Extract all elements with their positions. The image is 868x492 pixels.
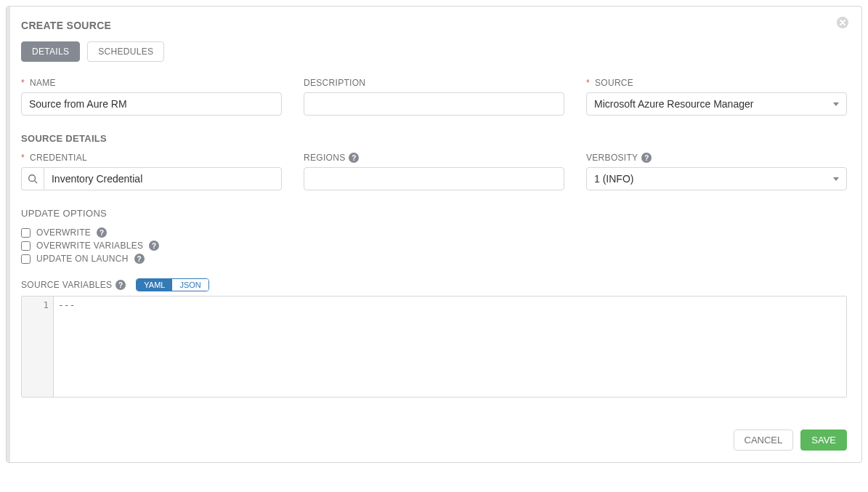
overwrite-label: OVERWRITE	[36, 227, 91, 238]
editor-body[interactable]: ---	[54, 297, 846, 397]
source-variables-label-text: SOURCE VARIABLES	[21, 280, 112, 290]
svg-line-2	[35, 181, 38, 184]
help-icon[interactable]: ?	[149, 241, 159, 251]
regions-label-text: REGIONS	[304, 153, 345, 163]
source-label-text: SOURCE	[595, 78, 633, 88]
verbosity-select[interactable]: 1 (INFO)	[586, 167, 847, 190]
chevron-down-icon	[833, 177, 839, 181]
regions-label: REGIONS ?	[304, 153, 564, 163]
source-select[interactable]: Microsoft Azure Resource Manager	[586, 92, 847, 116]
description-input[interactable]	[304, 92, 564, 116]
yaml-toggle[interactable]: YAML	[137, 279, 172, 291]
editor-content: ---	[58, 299, 75, 310]
credential-input[interactable]	[44, 167, 282, 190]
update-options-heading: UPDATE OPTIONS	[21, 208, 847, 219]
panel-accent	[7, 7, 10, 462]
help-icon[interactable]: ?	[115, 280, 126, 290]
cancel-button[interactable]: CANCEL	[734, 430, 794, 451]
save-button[interactable]: SAVE	[800, 430, 847, 451]
credential-label: * CREDENTIAL	[21, 153, 282, 163]
overwrite-vars-checkbox[interactable]	[21, 241, 31, 251]
source-details-heading: SOURCE DETAILS	[21, 133, 847, 144]
description-label: DESCRIPTION	[304, 78, 564, 88]
json-toggle[interactable]: JSON	[172, 279, 208, 291]
regions-input[interactable]	[304, 167, 564, 190]
tab-schedules[interactable]: SCHEDULES	[87, 41, 164, 62]
credential-search-button[interactable]	[21, 167, 44, 190]
required-marker: *	[21, 153, 25, 163]
update-launch-label: UPDATE ON LAUNCH	[36, 254, 129, 264]
verbosity-label: VERBOSITY ?	[586, 153, 847, 163]
source-variables-label: SOURCE VARIABLES ?	[21, 280, 126, 290]
name-input[interactable]	[21, 92, 282, 116]
tabs: DETAILS SCHEDULES	[21, 41, 847, 62]
overwrite-option[interactable]: OVERWRITE ?	[21, 227, 847, 238]
field-verbosity: VERBOSITY ? 1 (INFO)	[586, 153, 847, 190]
credential-label-text: CREDENTIAL	[30, 153, 87, 163]
field-credential: * CREDENTIAL	[21, 153, 282, 190]
help-icon[interactable]: ?	[641, 153, 652, 163]
source-label: * SOURCE	[586, 78, 847, 88]
overwrite-checkbox[interactable]	[21, 228, 31, 238]
overwrite-vars-option[interactable]: OVERWRITE VARIABLES ?	[21, 241, 847, 251]
field-name: * NAME	[21, 78, 282, 116]
verbosity-label-text: VERBOSITY	[586, 153, 638, 163]
help-icon[interactable]: ?	[349, 153, 359, 163]
editor-gutter: 1	[22, 297, 54, 397]
name-label: * NAME	[21, 78, 282, 88]
field-description: DESCRIPTION	[304, 78, 564, 116]
close-icon[interactable]	[837, 17, 848, 32]
footer: CANCEL SAVE	[21, 430, 847, 451]
help-icon[interactable]: ?	[134, 254, 145, 264]
required-marker: *	[586, 78, 590, 88]
search-icon	[28, 174, 38, 184]
source-value: Microsoft Azure Resource Manager	[594, 98, 753, 110]
field-regions: REGIONS ?	[304, 153, 564, 190]
update-launch-option[interactable]: UPDATE ON LAUNCH ?	[21, 254, 847, 264]
chevron-down-icon	[833, 102, 839, 106]
svg-point-1	[29, 175, 36, 182]
overwrite-vars-label: OVERWRITE VARIABLES	[36, 241, 143, 251]
page-title: CREATE SOURCE	[21, 20, 847, 31]
verbosity-value: 1 (INFO)	[594, 173, 633, 185]
update-launch-checkbox[interactable]	[21, 254, 31, 264]
line-number: 1	[22, 299, 49, 310]
source-variables-editor[interactable]: 1 ---	[21, 296, 847, 398]
field-source: * SOURCE Microsoft Azure Resource Manage…	[586, 78, 847, 116]
create-source-panel: CREATE SOURCE DETAILS SCHEDULES * NAME D…	[6, 6, 862, 463]
tab-details[interactable]: DETAILS	[21, 41, 80, 62]
help-icon[interactable]: ?	[97, 227, 107, 238]
format-toggle: YAML JSON	[136, 278, 208, 291]
required-marker: *	[21, 78, 25, 88]
name-label-text: NAME	[30, 78, 56, 88]
